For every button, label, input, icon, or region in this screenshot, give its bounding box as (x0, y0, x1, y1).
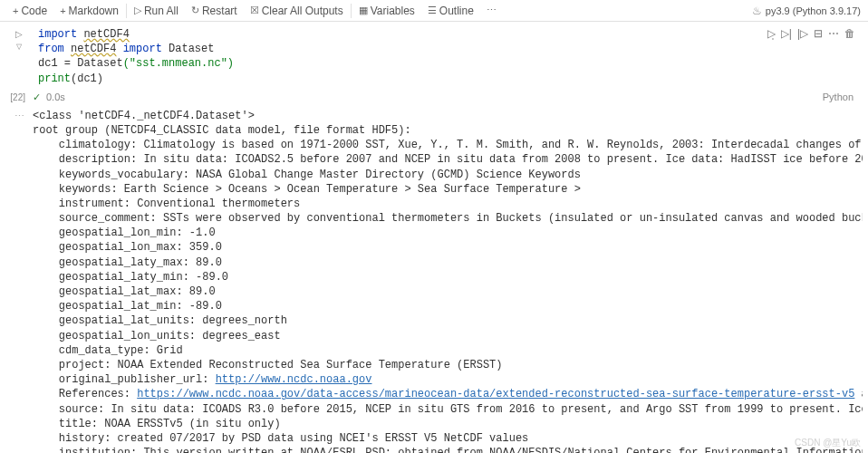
code-editor[interactable]: import netCDF4 from netCDF4 import Datas… (33, 24, 767, 90)
variables-button[interactable]: ▦Variables (351, 4, 420, 18)
ellipsis-icon: ⋯ (487, 5, 497, 16)
toolbar-overflow-button[interactable]: ⋯ (481, 4, 502, 17)
execution-count: [22] (5, 92, 33, 102)
publisher-url-link[interactable]: http://www.ncdc.noaa.gov (216, 373, 372, 386)
restart-button[interactable]: ↻Restart (186, 4, 243, 18)
add-markdown-button[interactable]: +Markdown (54, 4, 124, 18)
plus-icon: + (13, 5, 18, 16)
clear-icon: ☒ (250, 5, 259, 16)
plus-icon: + (60, 5, 65, 16)
run-by-line-icon[interactable]: ▷̩ (767, 27, 776, 40)
outline-icon: ☰ (428, 5, 437, 16)
execute-above-icon[interactable]: ▷| (781, 27, 792, 40)
python-icon: ♨ (752, 5, 762, 17)
execute-below-icon[interactable]: |▷ (797, 27, 808, 40)
kernel-selector[interactable]: py3.9 (Python 3.9.17) (766, 5, 861, 16)
run-cell-button[interactable]: ▷ (15, 29, 23, 39)
more-actions-icon[interactable]: ⋯ (828, 27, 839, 40)
success-icon: ✓ (33, 92, 41, 103)
references-link-1[interactable]: https://www.ncdc.noaa.gov/data-access/ma… (137, 388, 854, 400)
run-below-button[interactable]: ▽ (16, 43, 22, 51)
variables-icon: ▦ (359, 5, 368, 16)
add-code-button[interactable]: +Code (7, 4, 53, 18)
cell-actions: ▷̩ ▷| |▷ ⊟ ⋯ 🗑 (767, 24, 863, 43)
run-all-button[interactable]: ▷Run All (126, 4, 184, 18)
delete-cell-icon[interactable]: 🗑 (844, 27, 855, 40)
watermark: CSDN @星Yu欧 (795, 437, 861, 449)
output-menu-icon[interactable]: ⋯ (5, 109, 33, 122)
notebook-toolbar: +Code +Markdown ▷Run All ↻Restart ☒Clear… (0, 0, 868, 22)
split-cell-icon[interactable]: ⊟ (814, 27, 823, 40)
cell-language[interactable]: Python (823, 92, 863, 102)
code-cell: ▷ ▽ import netCDF4 from netCDF4 import D… (0, 22, 868, 92)
outline-button[interactable]: ☰Outline (422, 4, 479, 18)
cell-output: ⋯ <class 'netCDF4._netCDF4.Dataset'> roo… (0, 105, 868, 453)
execution-status: [22] ✓ 0.0s Python (0, 92, 868, 105)
output-text: <class 'netCDF4._netCDF4.Dataset'> root … (33, 109, 863, 453)
clear-outputs-button[interactable]: ☒Clear All Outputs (245, 4, 349, 18)
run-all-icon: ▷ (134, 5, 141, 16)
execution-time: 0.0s (46, 92, 65, 102)
restart-icon: ↻ (191, 5, 199, 16)
